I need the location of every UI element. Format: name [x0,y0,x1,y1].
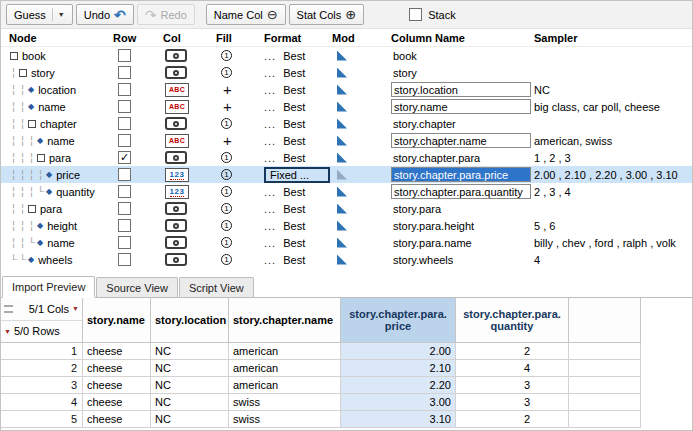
tree-row[interactable]: ¦¦¦└◆quantity1231...Beststory.chapter.pa… [1,183,692,200]
fill-once-icon[interactable]: 1 [221,254,232,265]
redo-button[interactable]: ↷ Redo [137,4,195,25]
format-cell[interactable]: ...Best [264,254,332,266]
rows-menu-icon[interactable]: ▼ [4,328,11,335]
tree-row[interactable]: ¦¦para1...Beststory.para [1,200,692,217]
no-column-icon[interactable] [165,253,187,266]
rows-panel[interactable]: ▼ 5/0 Rows [1,321,82,343]
format-cell[interactable]: ...Best [264,220,332,232]
format-cell[interactable]: ...Best [264,135,332,147]
no-column-icon[interactable] [165,66,187,79]
element-node-icon[interactable] [28,205,36,213]
row-checkbox[interactable] [118,49,131,62]
format-cell[interactable]: ...Best [264,50,332,62]
format-value-focused[interactable]: Fixed ... [264,167,330,183]
no-column-icon[interactable] [165,202,187,215]
row-checkbox[interactable] [118,202,131,215]
row-checkbox[interactable] [118,253,131,266]
format-options-button[interactable]: ... [264,101,276,113]
fill-once-icon[interactable]: 1 [221,169,232,180]
mod-icon[interactable] [337,187,347,197]
format-cell[interactable]: ...Best [264,67,332,79]
tree-row[interactable]: ¦¦◆nameABC+...Beststory.namebig class, c… [1,98,692,115]
tree-row[interactable]: ¦¦¦◆nameABC+...Beststory.chapter.nameame… [1,132,692,149]
tree-row[interactable]: ¦¦¦◆height1...Beststory.para.height5 , 6 [1,217,692,234]
format-options-button[interactable]: ... [264,50,276,62]
stack-checkbox[interactable] [409,8,422,21]
columns-menu-icon[interactable]: ▼ [72,305,79,312]
column-name-input[interactable]: story.chapter.name [391,133,531,148]
fill-once-icon[interactable]: 1 [221,50,232,61]
text-column-icon[interactable]: ABC [165,83,189,97]
preview-column-header[interactable]: story.chapter.para.price [341,298,456,343]
column-name-input[interactable]: story.chapter.para.price [391,167,531,182]
mod-icon[interactable] [337,255,347,265]
tree-row[interactable]: └└◆wheels1...Beststory.wheels4 [1,251,692,268]
fill-once-icon[interactable]: 1 [221,186,232,197]
fill-expand-icon[interactable]: + [223,84,232,96]
no-column-icon[interactable] [165,49,187,62]
tree-row[interactable]: book1...Bestbook [1,47,692,64]
row-checkbox[interactable] [118,83,131,96]
tree-row[interactable]: ¦¦◆locationABC+...Beststory.locationNC [1,81,692,98]
element-node-icon[interactable] [19,69,27,77]
fill-once-icon[interactable]: 1 [221,152,232,163]
element-node-icon[interactable] [10,52,18,60]
mod-icon[interactable] [337,119,347,129]
mod-icon[interactable] [337,85,347,95]
format-options-button[interactable]: ... [264,203,276,215]
preview-column-header[interactable]: story.chapter.name [229,298,341,343]
fill-once-icon[interactable]: 1 [221,220,232,231]
row-checkbox[interactable] [118,66,131,79]
row-checkbox[interactable] [118,219,131,232]
format-cell[interactable]: ...Best [264,237,332,249]
row-checkbox[interactable]: ✓ [118,151,131,164]
format-cell[interactable]: ...Best [264,152,332,164]
preview-column-header[interactable]: story.name [83,298,151,343]
row-checkbox[interactable] [118,168,131,181]
row-checkbox[interactable] [118,134,131,147]
preview-column-header[interactable] [569,298,641,343]
format-cell[interactable]: ...Best [264,118,332,130]
column-name-input[interactable]: story.name [391,99,531,114]
element-node-icon[interactable] [28,120,36,128]
format-cell[interactable]: ...Best [264,101,332,113]
format-options-button[interactable]: ... [264,118,276,130]
format-options-button[interactable]: ... [264,254,276,266]
mod-icon[interactable] [337,221,347,231]
mod-icon[interactable] [337,170,347,180]
format-options-button[interactable]: ... [264,220,276,232]
tree-row[interactable]: ¦story1...Beststory [1,64,692,81]
format-options-button[interactable]: ... [264,135,276,147]
format-options-button[interactable]: ... [264,237,276,249]
format-cell[interactable]: Fixed ... [264,167,332,183]
format-options-button[interactable]: ... [264,67,276,79]
row-checkbox[interactable] [118,117,131,130]
row-checkbox[interactable] [118,100,131,113]
stat-cols-button[interactable]: Stat Cols ⊕ [289,4,365,25]
fill-once-icon[interactable]: 1 [221,203,232,214]
mod-icon[interactable] [337,68,347,78]
mod-icon[interactable] [337,153,347,163]
no-column-icon[interactable] [165,219,187,232]
preview-column-header[interactable]: story.location [151,298,229,343]
text-column-icon[interactable]: ABC [165,100,189,114]
numeric-column-icon[interactable]: 123 [165,168,189,182]
tab-script-view[interactable]: Script View [179,277,254,297]
name-col-button[interactable]: Name Col ⊖ [206,4,286,25]
undo-button[interactable]: Undo ↶ [76,4,134,25]
fill-once-icon[interactable]: 1 [221,237,232,248]
tree-row[interactable]: ¦¦¦¦◆price1231Fixed ...story.chapter.par… [1,166,692,183]
no-column-icon[interactable] [165,151,187,164]
tab-source-view[interactable]: Source View [96,277,178,297]
format-cell[interactable]: ...Best [264,203,332,215]
format-options-button[interactable]: ... [264,152,276,164]
row-checkbox[interactable] [118,236,131,249]
format-options-button[interactable]: ... [264,186,276,198]
column-name-input[interactable]: story.chapter.para.quantity [391,184,531,199]
no-column-icon[interactable] [165,236,187,249]
tree-row[interactable]: ¦¦¦para✓1...Beststory.chapter.para1 , 2 … [1,149,692,166]
format-cell[interactable]: ...Best [264,186,332,198]
format-cell[interactable]: ...Best [264,84,332,96]
tab-import-preview[interactable]: Import Preview [2,276,95,298]
column-name-input[interactable]: story.location [391,82,531,97]
